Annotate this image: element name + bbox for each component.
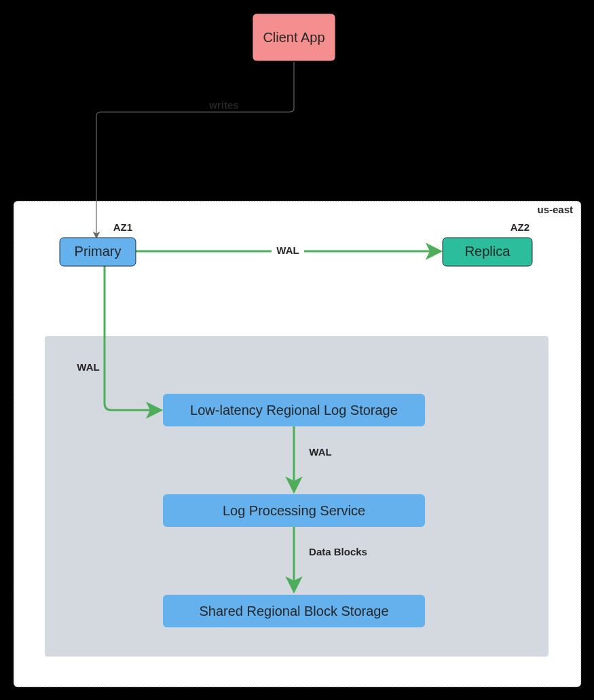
edge-label-datablocks: Data Blocks <box>309 546 367 557</box>
client-label: Client App <box>263 30 324 45</box>
edge-label-wal-1: WAL <box>276 244 299 256</box>
edge-label-wal-3: WAL <box>309 446 331 458</box>
blockstore-node: Shared Regional Block Storage <box>163 595 425 627</box>
primary-node: Primary <box>60 238 136 266</box>
architecture-diagram: us-east writes WAL WAL WAL Data Blocks C… <box>0 0 594 700</box>
client-node: Client App <box>253 14 335 61</box>
edge-label-wal-2: WAL <box>77 361 99 373</box>
logstore-node: Low-latency Regional Log Storage <box>163 394 425 426</box>
replica-node: Replica <box>443 238 532 266</box>
region-label: us-east <box>537 204 573 215</box>
az2-label: AZ2 <box>511 221 530 233</box>
logstore-label: Low-latency Regional Log Storage <box>190 403 398 418</box>
logservice-node: Log Processing Service <box>163 494 425 527</box>
az1-label: AZ1 <box>113 221 132 233</box>
edge-label-writes: writes <box>208 99 238 111</box>
logservice-label: Log Processing Service <box>223 503 365 518</box>
blockstore-label: Shared Regional Block Storage <box>199 604 388 619</box>
primary-label: Primary <box>75 244 122 259</box>
replica-label: Replica <box>465 244 511 259</box>
